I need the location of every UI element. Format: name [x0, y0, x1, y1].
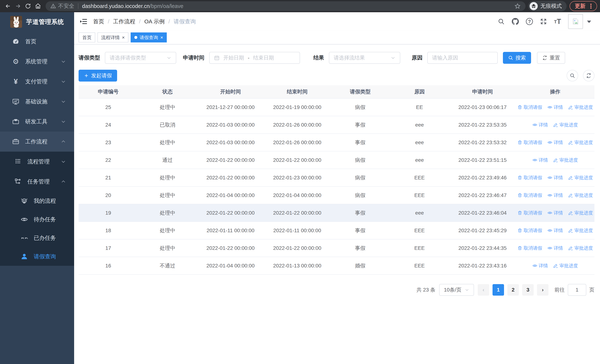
browser-menu-icon[interactable]: ⋮ — [588, 3, 594, 9]
cancel-action-link[interactable]: 取消请假 — [517, 210, 542, 216]
breadcrumb-home[interactable]: 首页 — [93, 18, 104, 25]
font-size-icon[interactable]: TT — [554, 18, 561, 25]
security-warning[interactable]: 不安全 — [50, 2, 74, 10]
update-label: 更新 — [575, 2, 586, 10]
detail-action-link[interactable]: 详情 — [547, 104, 563, 110]
page-button-1[interactable]: 1 — [493, 284, 504, 296]
tab-process-detail[interactable]: 流程详情 × — [97, 32, 128, 42]
cancel-action-link[interactable]: 取消请假 — [517, 227, 542, 233]
sidebar-item-task-management[interactable]: 任务管理 — [0, 172, 74, 192]
breadcrumb-workflow[interactable]: 工作流程 — [113, 18, 135, 25]
cancel-action-link[interactable]: 取消请假 — [517, 175, 542, 181]
fullscreen-icon[interactable] — [540, 18, 547, 25]
detail-action-link[interactable]: 详情 — [532, 157, 548, 163]
next-page-button[interactable]: › — [537, 284, 548, 296]
browser-home-button[interactable] — [33, 1, 43, 11]
table-row: 17处理中2022-01-22 00:00:002022-01-22 00:00… — [79, 239, 594, 257]
total-count-label: 共 23 条 — [416, 286, 435, 293]
date-end-placeholder: 结束日期 — [253, 54, 274, 61]
sidebar-item-todo-tasks[interactable]: 待办任务 — [0, 210, 74, 229]
progress-action-link[interactable]: 审批进度 — [568, 139, 593, 146]
sidebar-item-process-management[interactable]: 流程管理 — [0, 152, 74, 172]
progress-action-link[interactable]: 审批进度 — [553, 122, 578, 128]
close-tab-icon[interactable]: × — [122, 35, 125, 40]
sidebar-item-devtools[interactable]: 研发工具 — [0, 112, 74, 131]
avatar[interactable] — [568, 14, 583, 29]
cancel-action-link[interactable]: 取消请假 — [517, 104, 542, 110]
sidebar-item-home[interactable]: 首页 — [0, 31, 74, 52]
cancel-action-link[interactable]: 取消请假 — [517, 192, 542, 198]
sidebar-item-workflow[interactable]: 工作流程 — [0, 131, 74, 152]
header-search-icon[interactable] — [498, 18, 505, 25]
page-size-select[interactable]: 10条/页 — [439, 284, 474, 296]
actions-cell: 取消请假详情审批进度 — [516, 139, 594, 146]
cancel-action-link[interactable]: 取消请假 — [517, 139, 542, 146]
status-cell: 处理中 — [138, 209, 197, 216]
browser-update-button[interactable]: 更新 ⋮ — [570, 1, 597, 11]
github-icon[interactable] — [512, 18, 519, 25]
detail-action-link[interactable]: 详情 — [532, 263, 548, 269]
breadcrumb-oa-example[interactable]: OA 示例 — [144, 18, 165, 25]
goto-page-input[interactable] — [568, 284, 586, 296]
leave-type-select[interactable]: 请选择请假类型 — [105, 52, 176, 64]
sidebar-item-system[interactable]: ⚙ 系统管理 — [0, 52, 74, 72]
end-time-cell: 2022-01-11 00:00:00 — [264, 228, 331, 233]
progress-action-link[interactable]: 审批进度 — [568, 210, 593, 216]
reset-button[interactable]: 重置 — [537, 52, 565, 64]
progress-action-link[interactable]: 审批进度 — [568, 192, 593, 198]
bookmark-star-icon[interactable] — [514, 3, 521, 9]
apply-time-cell: 2022-01-22 23:53:32 — [449, 140, 516, 146]
close-tab-icon[interactable]: × — [160, 35, 163, 40]
status-cell: 处理中 — [138, 245, 197, 252]
progress-action-link[interactable]: 审批进度 — [568, 175, 593, 181]
address-bar[interactable]: 不安全 dashboard.yudao.iocoder.cn /bpm/oa/l… — [46, 1, 525, 11]
tab-home[interactable]: 首页 — [79, 32, 95, 42]
goto-page-group: 前往 页 — [554, 284, 594, 296]
progress-action-link[interactable]: 审批进度 — [568, 104, 593, 110]
sidebar-item-done-tasks[interactable]: 已办任务 — [0, 229, 74, 247]
sidebar-item-payment[interactable]: ¥ 支付管理 — [0, 72, 74, 92]
detail-action-link[interactable]: 详情 — [547, 245, 563, 251]
cancel-action-link[interactable]: 取消请假 — [517, 245, 542, 251]
tab-leave-query[interactable]: 请假查询 × — [131, 32, 167, 42]
prev-page-button[interactable]: ‹ — [478, 284, 489, 296]
browser-forward-button[interactable] — [13, 1, 23, 11]
detail-action-link[interactable]: 详情 — [547, 139, 563, 146]
create-leave-button[interactable]: 发起请假 — [79, 70, 117, 82]
result-select[interactable]: 请选择流结果 — [329, 52, 400, 64]
detail-action-link[interactable]: 详情 — [547, 227, 563, 233]
sidebar-item-my-process[interactable]: 我的流程 — [0, 192, 74, 210]
detail-action-link[interactable]: 详情 — [547, 175, 563, 181]
show-search-toggle-button[interactable] — [567, 70, 578, 81]
progress-action-link[interactable]: 审批进度 — [553, 157, 578, 163]
browser-reload-button[interactable] — [23, 1, 33, 11]
progress-action-link[interactable]: 审批进度 — [568, 245, 593, 251]
refresh-table-button[interactable] — [583, 70, 594, 81]
page-button-2[interactable]: 2 — [507, 284, 519, 296]
reason-input[interactable] — [427, 52, 498, 64]
detail-action-link[interactable]: 详情 — [532, 122, 548, 128]
progress-action-link[interactable]: 审批进度 — [553, 263, 578, 269]
table-row: 16不通过2022-01-04 00:00:002022-01-13 00:00… — [79, 257, 594, 275]
leave-type-cell: 事假 — [331, 227, 390, 234]
apply-time-cell: 2022-01-22 23:51:15 — [449, 157, 516, 163]
detail-action-link[interactable]: 详情 — [547, 192, 563, 198]
user-avatar-menu[interactable] — [568, 14, 593, 29]
browser-back-button[interactable] — [3, 1, 13, 11]
page-button-3[interactable]: 3 — [522, 284, 534, 296]
help-icon[interactable]: ? — [526, 18, 533, 25]
node-tree-icon — [14, 178, 22, 185]
sidebar-item-leave-query[interactable]: 请假查询 — [0, 247, 74, 266]
detail-action-link[interactable]: 详情 — [547, 210, 563, 216]
sidebar-logo[interactable]: 芋道管理系统 — [0, 12, 74, 31]
sidebar-collapse-button[interactable] — [80, 18, 87, 25]
apply-time-range-picker[interactable]: 开始日期 - 结束日期 — [209, 52, 300, 64]
chevron-up-icon — [61, 179, 66, 184]
sidebar-item-infrastructure[interactable]: 基础设施 — [0, 92, 74, 112]
search-button[interactable]: 搜索 — [503, 52, 531, 64]
incognito-label: 无痕模式 — [540, 2, 562, 10]
progress-action-link[interactable]: 审批进度 — [568, 227, 593, 233]
pencil-icon — [568, 175, 573, 180]
yen-icon: ¥ — [11, 78, 20, 85]
column-header-reason: 原因 — [390, 88, 449, 95]
